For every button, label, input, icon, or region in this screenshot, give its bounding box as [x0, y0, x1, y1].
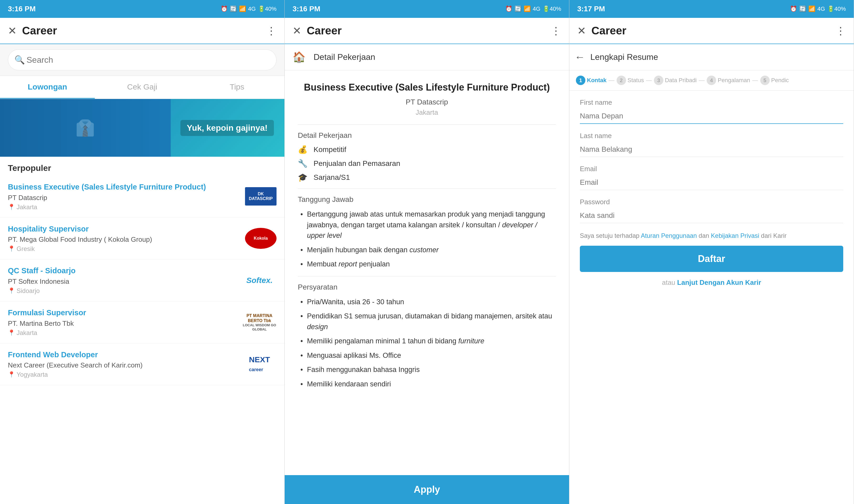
step-4: 4 Pengalaman [707, 76, 750, 85]
tab-cek-gaji[interactable]: Cek Gaji [95, 76, 190, 99]
job-company-1: PT. Mega Global Food Industry ( Kokola G… [8, 235, 245, 244]
terms-text: Saya setuju terhadap Aturan Penggunaan d… [580, 231, 843, 240]
input-email[interactable] [580, 175, 843, 190]
job-item-2[interactable]: QC Staff - Sidoarjo PT Softex Indonesia … [0, 259, 284, 301]
step-5: 5 Pendic [760, 76, 789, 85]
close-button-2[interactable]: ✕ [292, 25, 301, 37]
status-time-3: 3:17 PM [577, 5, 605, 13]
job-item-3[interactable]: Formulasi Supervisor PT. Martina Berto T… [0, 301, 284, 343]
job-location-2: 📍 Sidoarjo [8, 287, 243, 294]
logo-kokola: Kokola [245, 228, 277, 249]
step-dash-3: — [699, 77, 705, 84]
back-title: Lengkapi Resume [590, 52, 658, 62]
detail-value-1: Penjualan dan Pemasaran [314, 159, 400, 168]
edu-icon: 🎓 [298, 173, 308, 182]
pin-icon-4: 📍 [8, 371, 15, 378]
panel-resume: 3:17 PM ⏰ 🔄 📶 4G 🔋40% ✕ Career ⋮ ← Lengk… [569, 0, 854, 504]
status-bar-2: 3:16 PM ⏰ 🔄 📶 4G 🔋40% [285, 0, 569, 18]
job-title-4: Frontend Web Developer [8, 350, 243, 360]
detail-city: Jakarta [298, 108, 556, 116]
terms-link-2[interactable]: Kebijakan Privasi [711, 232, 759, 239]
terms-link-1[interactable]: Aturan Penggunaan [641, 232, 697, 239]
logo-softex: Softex. [243, 272, 277, 288]
detail-row-2: 🎓 Sarjana/S1 [298, 173, 556, 182]
status-icons-3: ⏰ 🔄 📶 4G 🔋40% [790, 5, 846, 12]
detail-content: Business Executive (Sales Lifestyle Furn… [285, 70, 569, 475]
alarm-icon: ⏰ [220, 5, 228, 12]
panel-job-list: 3:16 PM ⏰ 🔄 📶 4G 🔋40% ✕ Career ⋮ 🔍 Lowon… [0, 0, 285, 504]
section-persyaratan: Persyaratan [298, 283, 556, 291]
pin-icon-1: 📍 [8, 246, 15, 252]
more-button-1[interactable]: ⋮ [266, 25, 277, 37]
home-icon[interactable]: 🏠 [290, 48, 308, 67]
step-3: 3 Data Pribadi [654, 76, 697, 85]
job-item-0[interactable]: Business Executive (Sales Lifestyle Furn… [0, 176, 284, 218]
more-button-2[interactable]: ⋮ [551, 25, 561, 37]
step-circle-5: 5 [760, 76, 770, 85]
battery-icon: 🔋40% [258, 5, 277, 12]
detail-value-0: Kompetitif [314, 145, 346, 154]
input-firstname[interactable] [580, 109, 843, 124]
job-info-3: Formulasi Supervisor PT. Martina Berto T… [8, 308, 243, 337]
responsibilities-list: Bertanggung jawab atas untuk memasarkan … [298, 209, 556, 270]
tab-lowongan[interactable]: Lowongan [0, 76, 95, 99]
detail-row-1: 🔧 Penjualan dan Pemasaran [298, 159, 556, 168]
search-bar: 🔍 [0, 44, 284, 76]
tab-tips[interactable]: Tips [190, 76, 284, 99]
apply-button[interactable]: Apply [285, 475, 569, 504]
job-company-4: Next Career (Executive Search of Karir.c… [8, 361, 243, 369]
form-group-password: Password [580, 198, 843, 223]
step-circle-3: 3 [654, 76, 663, 85]
pin-icon-2: 📍 [8, 287, 15, 294]
battery-icon-3: 🔋40% [827, 5, 846, 12]
job-location-0: 📍 Jakarta [8, 203, 245, 211]
req-2: Memiliki pengalaman minimal 1 tahun di b… [300, 336, 556, 346]
label-lastname: Last name [580, 132, 843, 140]
job-item-1[interactable]: Hospitality Supervisor PT. Mega Global F… [0, 218, 284, 259]
job-item-4[interactable]: Frontend Web Developer Next Career (Exec… [0, 343, 284, 385]
close-button-1[interactable]: ✕ [8, 25, 17, 37]
logo-martina: PT MARTINABERTO Tbk LOCAL WISDOM GO GLOB… [243, 311, 277, 332]
daftar-button[interactable]: Daftar [580, 246, 843, 272]
req-0: Pria/Wanita, usia 26 - 30 tahun [300, 296, 556, 307]
step-dash-1: — [609, 77, 615, 84]
detail-company: PT Datascrip [298, 98, 556, 106]
resume-form: First name Last name Email Password Saya… [569, 91, 854, 504]
resp-2: Membuat report penjualan [300, 259, 556, 270]
panel-job-detail: 3:16 PM ⏰ 🔄 📶 4G 🔋40% ✕ Career ⋮ 🏠 Detai… [285, 0, 569, 504]
title-bar-1: ✕ Career ⋮ [0, 18, 284, 44]
job-company-2: PT Softex Indonesia [8, 277, 243, 286]
signal-icon-2: 📶 [523, 5, 531, 12]
step-dash-2: — [646, 77, 652, 84]
step-1: 1 Kontak [576, 76, 607, 85]
close-button-3[interactable]: ✕ [577, 25, 586, 37]
nav-title: Detail Pekerjaan [314, 52, 375, 62]
req-3: Menguasai aplikasi Ms. Office [300, 350, 556, 361]
resp-1: Menjalin hubungan baik dengan customer [300, 245, 556, 255]
lanjut-link[interactable]: Lanjut Dengan Akun Karir [677, 278, 761, 286]
input-password[interactable] [580, 208, 843, 223]
sync-icon: 🔄 [230, 5, 237, 12]
input-lastname[interactable] [580, 142, 843, 157]
label-email: Email [580, 165, 843, 173]
title-bar-3: ✕ Career ⋮ [569, 18, 854, 44]
requirements-list: Pria/Wanita, usia 26 - 30 tahun Pendidik… [298, 296, 556, 390]
battery-icon-2: 🔋40% [542, 5, 561, 12]
back-button[interactable]: ← [574, 51, 585, 63]
logo-datascrip: DKDATASCRIP [245, 187, 277, 205]
step-label-5: Pendic [771, 77, 789, 84]
pin-icon-3: 📍 [8, 329, 15, 336]
banner-text[interactable]: Yuk, kepoin gajinya! [180, 120, 274, 136]
field-icon: 🔧 [298, 159, 308, 168]
form-group-lastname: Last name [580, 132, 843, 157]
job-title-3: Formulasi Supervisor [8, 308, 243, 318]
signal-icon: 📶 [239, 5, 246, 12]
more-button-3[interactable]: ⋮ [835, 25, 846, 37]
search-input[interactable] [8, 49, 277, 70]
or-lanjut-text: atau Lanjut Dengan Akun Karir [580, 278, 843, 287]
section-tanggung: Tanggung Jawab [298, 195, 556, 204]
app-title-1: Career [22, 24, 266, 37]
title-bar-2: ✕ Career ⋮ [285, 18, 569, 44]
req-5: Memiliki kendaraan sendiri [300, 379, 556, 390]
job-company-0: PT Datascrip [8, 194, 245, 202]
